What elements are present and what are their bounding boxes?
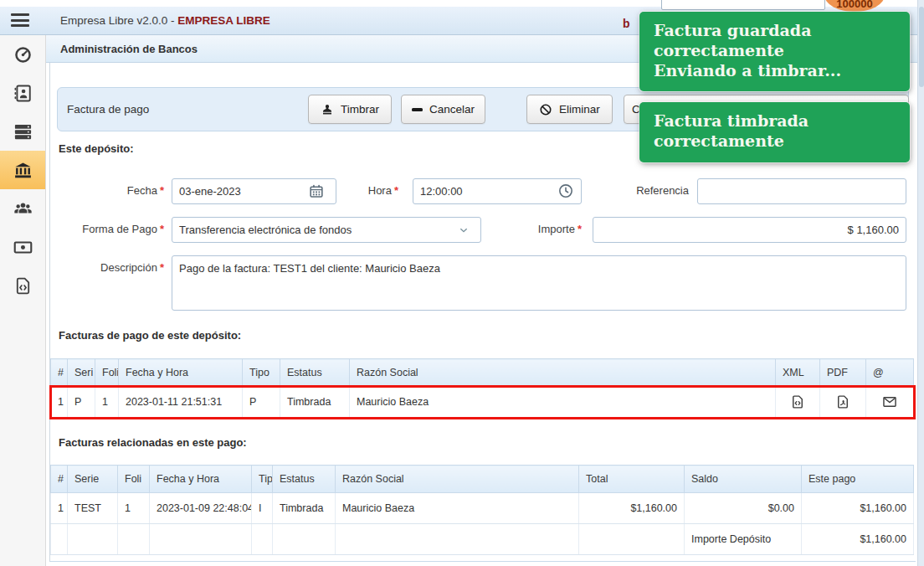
scrollbar-thumb[interactable] xyxy=(919,7,924,87)
hora-label: Hora* xyxy=(340,184,398,197)
app-title: Empresa Libre v2.0.0 - EMPRESA LIBRE xyxy=(60,7,270,35)
fecha-label: Fecha* xyxy=(50,184,164,197)
related-table-row[interactable]: 1 TEST 1 2023-01-09 22:48:04 I Timbrada … xyxy=(51,493,914,524)
deposit-section-label: Este depósito: xyxy=(59,142,134,155)
sidebar-item-money[interactable] xyxy=(0,228,45,266)
minus-icon xyxy=(412,108,423,111)
cancelar-button-label: Cancelar xyxy=(429,103,475,116)
chevron-down-icon xyxy=(457,224,470,237)
ban-icon xyxy=(539,103,552,116)
related-section-label: Facturas relacionadas en este pago: xyxy=(59,436,247,449)
sidebar-item-cfdi[interactable] xyxy=(0,266,45,305)
sidebar-item-contacts[interactable] xyxy=(0,74,45,112)
sidebar-item-list[interactable] xyxy=(0,112,45,151)
pdf-file-icon[interactable] xyxy=(835,394,850,409)
hora-input[interactable] xyxy=(413,178,582,204)
payments-section-label: Facturas de pago de este depósito: xyxy=(59,329,241,342)
related-table: # Serie Foli Fecha y Hora Tip Estatus Ra… xyxy=(50,465,914,555)
payments-table-row-selected[interactable]: 1 P 1 2023-01-11 21:51:31 P Timbrada Mau… xyxy=(51,387,914,418)
app-brand: EMPRESA LIBRE xyxy=(177,14,270,27)
required-marker: * xyxy=(578,223,582,235)
related-table-header: # Serie Foli Fecha y Hora Tip Estatus Ra… xyxy=(51,466,914,493)
top-search-input[interactable] xyxy=(661,0,825,10)
app-title-prefix: Empresa Libre v2.0.0 - xyxy=(60,14,177,27)
dashboard-icon xyxy=(13,45,33,64)
required-marker: * xyxy=(160,184,164,197)
xml-file-icon[interactable] xyxy=(790,394,805,409)
eliminar-button[interactable]: Eliminar xyxy=(526,95,613,124)
vertical-scrollbar[interactable] xyxy=(917,0,924,566)
forma-de-pago-select[interactable]: Transferencia electrónica de fondos xyxy=(172,217,481,243)
forma-de-pago-label: Forma de Pago* xyxy=(50,223,164,235)
partial-user-text: b xyxy=(623,17,630,30)
required-marker: * xyxy=(160,261,164,274)
sidebar-item-partners[interactable] xyxy=(0,189,45,228)
related-table-total-row: Importe Depósito $1,160.00 xyxy=(51,524,914,555)
list-icon xyxy=(13,122,33,142)
timbrar-button-label: Timbrar xyxy=(341,103,379,116)
sidebar xyxy=(0,35,46,566)
money-icon xyxy=(13,238,33,257)
timbrar-button[interactable]: Timbrar xyxy=(308,95,392,124)
cancelar-button[interactable]: Cancelar xyxy=(401,95,485,124)
importe-input[interactable] xyxy=(593,217,906,243)
toast-notification-guardada[interactable]: Factura guardada correctamente Enviando … xyxy=(639,12,910,91)
descripcion-label: Descripción* xyxy=(50,261,164,274)
toast-line: Enviando a timbrar... xyxy=(654,61,896,81)
referencia-input[interactable] xyxy=(697,178,906,204)
address-book-icon xyxy=(13,84,33,103)
descripcion-textarea[interactable]: Pago de la factura: TEST1 del cliente: M… xyxy=(172,255,906,311)
forma-de-pago-value: Transferencia electrónica de fondos xyxy=(179,224,352,236)
users-icon xyxy=(13,199,33,219)
payments-table-header: # Seri Foli Fecha y Hora Tipo Estatus Ra… xyxy=(51,359,914,387)
hamburger-menu-icon[interactable] xyxy=(11,13,31,28)
required-marker: * xyxy=(160,223,164,235)
eliminar-button-label: Eliminar xyxy=(559,103,600,116)
toast-notification-timbrada[interactable]: Factura timbrada correctamente xyxy=(639,102,910,162)
file-code-icon xyxy=(13,276,33,296)
toast-line: Factura timbrada correctamente xyxy=(654,111,896,152)
toolbar-panel-label: Factura de pago xyxy=(67,87,149,131)
referencia-label: Referencia xyxy=(624,184,689,197)
sidebar-item-bank[interactable] xyxy=(0,151,45,189)
envelope-icon[interactable] xyxy=(882,394,897,409)
calendar-icon[interactable] xyxy=(308,183,325,199)
toast-line: Factura guardada correctamente xyxy=(654,21,896,61)
importe-label: Importe* xyxy=(511,223,582,235)
stamp-icon xyxy=(321,103,334,116)
payments-table: # Seri Foli Fecha y Hora Tipo Estatus Ra… xyxy=(50,358,914,418)
bank-icon xyxy=(13,161,33,180)
clock-icon[interactable] xyxy=(557,183,574,199)
sidebar-item-dashboard[interactable] xyxy=(0,35,45,74)
required-marker: * xyxy=(394,184,398,197)
